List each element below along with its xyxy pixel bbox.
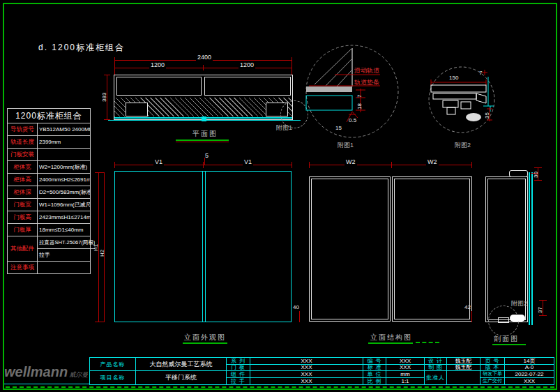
detail2-dim-a: 7 — [479, 70, 482, 76]
plan-dim-right: 1200 — [239, 62, 255, 68]
elev-front-divider-b — [205, 171, 206, 322]
table-row: 注意事项 — [8, 261, 90, 273]
titleblock-bottom-extension — [4, 384, 89, 384]
door-panel-label: 门 板 — [227, 365, 250, 372]
component-value: XXX — [250, 371, 363, 378]
standard-value: XXX — [386, 365, 425, 372]
unit-value: mm — [386, 371, 425, 378]
table-row: 柜体高2400mm≤H2≤2691mm — [8, 173, 90, 186]
section-dim-top: 30 — [533, 172, 539, 178]
project-name-value: 平移门系统 — [136, 371, 227, 384]
inner-dashed-border — [6, 386, 554, 388]
elev-struct-label: 立面结构图 — [370, 333, 412, 342]
cad-canvas: d. 1200标准柜组合 1200标准柜组合 导轨货号YB512AM50 240… — [0, 0, 560, 392]
elev-front-dim-h1: H1 — [93, 244, 99, 251]
production-delivery-label: 生产交付 — [480, 378, 505, 385]
product-name-value: 大自然威尔曼工艺系统 — [136, 358, 227, 371]
standard-label: 标 准 — [363, 365, 386, 372]
brand-watermark: wellmann威尔曼 — [4, 361, 88, 383]
drafter-value: 魏玉配 — [447, 365, 480, 372]
elev-front-dim-v1a: V1 — [153, 159, 164, 165]
designer-value: 魏玉配 — [447, 358, 480, 365]
handle-value: XXX — [250, 378, 363, 385]
series-value: XXX — [250, 358, 363, 365]
approver-value — [447, 371, 480, 384]
spec-table-header: 1200标准柜组合 — [8, 109, 90, 123]
plan-dim-left: 1200 — [149, 62, 166, 68]
section-door-panel-b — [531, 172, 533, 325]
plan-cabinet-left — [116, 77, 202, 96]
version-value: A-0 — [505, 365, 554, 372]
table-row: 门板安装 — [8, 148, 90, 160]
elev-struct-dim-40: 40 — [293, 304, 299, 310]
detail1-annotation-track: 滑动轨道 — [354, 68, 379, 74]
section-bottom-guide — [510, 315, 525, 322]
plan-cabinet-right — [204, 77, 291, 96]
elev-struct-dim-42: 42 — [464, 304, 471, 310]
drawing-title: d. 1200标准柜组合 — [38, 42, 125, 54]
section-door-panel-a — [529, 172, 530, 325]
component-label: 组 件 — [227, 371, 250, 378]
detail2-label: 附图2 — [455, 142, 471, 149]
elev-struct-panel-right-inner — [394, 179, 470, 319]
elev-front-outline — [114, 171, 292, 322]
plan-dim-depth: 383 — [101, 93, 107, 102]
section-label: 剖面图 — [494, 334, 519, 344]
production-delivery-value: XXX — [505, 378, 554, 385]
series-label: 系 列 — [227, 358, 250, 365]
spec-table: 1200标准柜组合 导轨货号YB512AM50 2400MM 轨道长度2399m… — [7, 108, 91, 274]
elev-front-dim-gap: 5 — [205, 153, 209, 159]
scale-value: 1:1 — [386, 378, 425, 385]
table-row: 柜体深D2=500/583mm(标准) — [8, 186, 90, 198]
page-number-value: 14页 — [505, 358, 554, 365]
elev-struct-panel-left-inner — [311, 179, 388, 319]
detail1-dim-c: 0.5 — [349, 117, 356, 123]
rd-order-value: 2022-07-22 — [505, 371, 554, 378]
unit-label: 单 位 — [363, 371, 386, 378]
detail2-dim-w: 150 — [448, 75, 460, 81]
number-value: XXX — [386, 358, 425, 365]
designer-label: 设 计 — [425, 358, 447, 365]
watermark-cn: 威尔曼 — [69, 371, 88, 378]
table-row: 其他配件 拉直器SHT-25067(两根) 拉手 — [8, 236, 90, 261]
elev-front-label: 立面外观图 — [184, 333, 226, 342]
plan-marker — [202, 116, 206, 121]
page-number-label: 页 号 — [480, 358, 505, 365]
project-name-label: 项目名称 — [90, 371, 136, 384]
detail2-drawing — [427, 66, 496, 134]
plan-view-label: 平面图 — [192, 129, 218, 139]
table-row: 门板宽W1=1096mm(已减尺) — [8, 198, 90, 211]
table-row: 导轨货号YB512AM50 2400MM — [8, 123, 90, 135]
section-detail-ref: 附图2 — [511, 301, 527, 307]
approver-label: 批准人 — [425, 371, 447, 384]
elev-front-divider-a — [202, 171, 203, 322]
rd-order-label: 研发下单 — [480, 371, 505, 378]
detail1-dim-d: 15 — [335, 125, 342, 131]
table-row: 门板高2423mm≤H1≤2714mm — [8, 211, 90, 223]
drafter-label: 制 图 — [425, 365, 447, 372]
table-row: 轨道长度2399mm — [8, 135, 90, 148]
number-label: 编 号 — [363, 358, 386, 365]
product-name-label: 产品名称 — [90, 358, 136, 371]
elev-struct-dim-w2b: W2 — [426, 159, 439, 165]
version-label: 版 本 — [480, 365, 505, 372]
detail2-dim-b: 35 — [484, 112, 490, 119]
section-bottom-part — [498, 317, 509, 323]
detail1-dim-b: 18 — [356, 103, 363, 110]
plan-detail-ref: 附图1 — [276, 125, 292, 131]
section-outline-inner — [487, 179, 526, 320]
plan-dim-total: 2400 — [196, 54, 213, 61]
elev-front-dim-h2: H2 — [99, 250, 105, 257]
detail1-drawing — [305, 44, 400, 139]
title-block: 产品名称 大自然威尔曼工艺系统 项目名称 平移门系统 系 列 XXX 门 板 X… — [89, 357, 554, 385]
door-panel-value: XXX — [250, 365, 363, 372]
detail1-annotation-pad: 轨道垫条 — [354, 80, 379, 86]
table-row: 柜体宽W2=1200mm(标准) — [8, 160, 90, 173]
detail1-label: 附图1 — [338, 142, 354, 149]
watermark-latin: wellmann — [4, 364, 68, 379]
plan-pocket-left — [126, 103, 148, 116]
elev-struct-dim-w2a: W2 — [345, 159, 357, 165]
section-top-track — [509, 170, 528, 177]
scale-label: 比 例 — [363, 378, 386, 385]
table-row: 门板厚18mm≤D1≤40mm — [8, 223, 90, 236]
